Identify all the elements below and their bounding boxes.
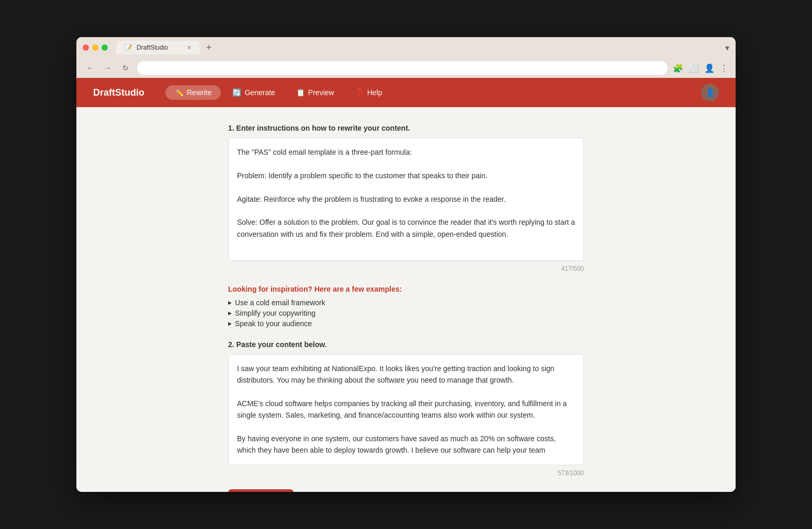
inspiration-section: Looking for inspiration? Here are a few … (228, 285, 584, 328)
app-logo: DraftStudio (93, 87, 144, 98)
traffic-lights (83, 44, 108, 51)
preview-nav-icon: 📋 (296, 88, 305, 97)
address-bar[interactable] (137, 61, 668, 75)
close-traffic-light[interactable] (83, 44, 89, 51)
inspiration-item-1[interactable]: Use a cold email framework (228, 298, 584, 307)
nav-preview-label: Preview (308, 88, 334, 97)
app-header: DraftStudio ✏️ Rewrite 🔄 Generate 📋 Prev… (76, 78, 736, 107)
nav-item-help[interactable]: ❓ Help (346, 85, 392, 100)
forward-button[interactable]: → (100, 61, 115, 75)
instructions-char-count: 417/500 (228, 265, 584, 272)
fullscreen-traffic-light[interactable] (102, 44, 108, 51)
nav-rewrite-label: Rewrite (187, 88, 211, 97)
rewrite-button[interactable]: ✏️ Rewrite (228, 489, 294, 492)
step1-label: 1. Enter instructions on how to rewrite … (228, 124, 584, 132)
tab-bar: 📝 DraftStudio ✕ + (116, 40, 721, 55)
nav-generate-label: Generate (244, 88, 275, 97)
new-tab-button[interactable]: + (202, 40, 216, 55)
tab-favicon-icon: 📝 (125, 44, 132, 51)
help-nav-icon: ❓ (355, 88, 364, 97)
more-options-icon[interactable]: ⋮ (719, 62, 729, 74)
nav-item-preview[interactable]: 📋 Preview (287, 85, 344, 100)
nav-item-generate[interactable]: 🔄 Generate (223, 85, 284, 100)
browser-nav: ← → ↻ (83, 61, 133, 75)
inspiration-list: Use a cold email framework Simplify your… (228, 298, 584, 328)
inspiration-header: Looking for inspiration? Here are a few … (228, 285, 584, 293)
minimize-traffic-light[interactable] (92, 44, 98, 51)
instructions-textarea[interactable]: The "PAS" cold email template is a three… (228, 137, 584, 261)
nav-help-label: Help (367, 88, 382, 97)
browser-window: 📝 DraftStudio ✕ + ▾ ← → ↻ 🧩 ⬜ 👤 ⋮ DraftS… (76, 37, 736, 492)
browser-tab[interactable]: 📝 DraftStudio ✕ (116, 41, 200, 54)
browser-toolbar: ← → ↻ 🧩 ⬜ 👤 ⋮ (76, 58, 736, 78)
refresh-button[interactable]: ↻ (118, 61, 133, 75)
split-view-icon[interactable]: ⬜ (687, 62, 700, 74)
generate-nav-icon: 🔄 (232, 88, 241, 97)
content-wrapper: 1. Enter instructions on how to rewrite … (228, 124, 584, 492)
browser-titlebar: 📝 DraftStudio ✕ + ▾ (76, 37, 736, 58)
content-char-count: 573/1000 (228, 469, 584, 477)
content-textarea[interactable]: I saw your team exhibiting at NationalEx… (228, 354, 584, 465)
avatar-image: 👤 (706, 88, 715, 97)
app-container: DraftStudio ✏️ Rewrite 🔄 Generate 📋 Prev… (76, 78, 736, 492)
profile-icon[interactable]: 👤 (703, 62, 716, 74)
main-content: 1. Enter instructions on how to rewrite … (76, 107, 736, 492)
rewrite-nav-icon: ✏️ (175, 88, 184, 97)
tab-title: DraftStudio (137, 44, 168, 51)
extensions-icon[interactable]: 🧩 (672, 62, 684, 74)
tab-close-icon[interactable]: ✕ (187, 44, 191, 51)
avatar[interactable]: 👤 (701, 84, 719, 101)
back-button[interactable]: ← (83, 61, 97, 75)
nav-item-rewrite[interactable]: ✏️ Rewrite (165, 85, 221, 100)
tab-dropdown-icon[interactable]: ▾ (725, 43, 729, 53)
app-nav: ✏️ Rewrite 🔄 Generate 📋 Preview ❓ Help (165, 85, 701, 100)
toolbar-actions: 🧩 ⬜ 👤 ⋮ (672, 62, 729, 74)
inspiration-item-3[interactable]: Speak to your audience (228, 319, 584, 328)
inspiration-item-2[interactable]: Simplify your copywriting (228, 309, 584, 317)
step2-label: 2. Paste your content below. (228, 340, 584, 349)
